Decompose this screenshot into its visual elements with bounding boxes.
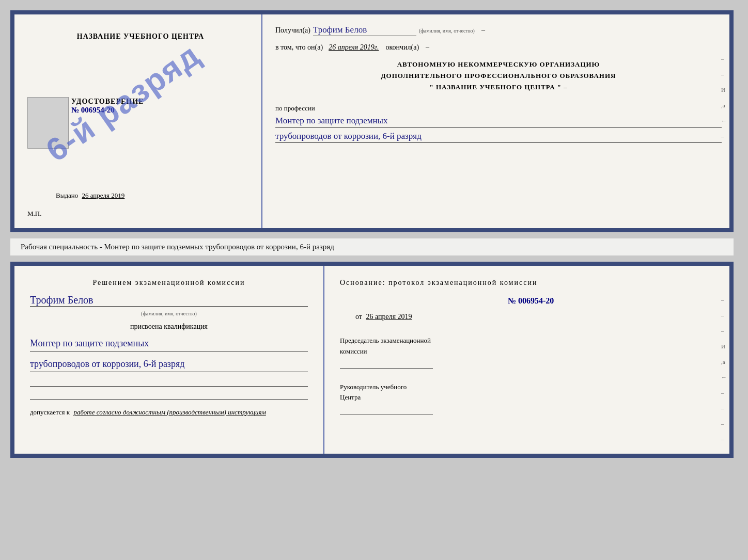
cert-qualification-line2: трубопроводов от коррозии, 6-й разряд bbox=[30, 357, 308, 372]
cr-date-value: 26 апреля 2019 bbox=[366, 313, 412, 321]
cr-title: Основание: протокол экзаменационной коми… bbox=[340, 279, 722, 287]
qualification-line1: Монтер по защите подземных bbox=[275, 114, 722, 128]
cr-date: от 26 апреля 2019 bbox=[340, 313, 722, 321]
completion-date: 26 апреля 2019г. bbox=[329, 43, 379, 52]
rukovoditel-signature-line bbox=[340, 405, 433, 414]
dopuskaetsya-text: работе согласно должностным (производств… bbox=[73, 408, 266, 416]
poluchil-label: Получил(а) bbox=[275, 26, 310, 35]
dopuskaetsya-block: допускается к работе согласно должностны… bbox=[30, 408, 308, 417]
cr-number: № 006954-20 bbox=[340, 296, 722, 306]
predsedatel-line1: Председатель экзаменационной bbox=[340, 335, 722, 346]
rukovoditel-line1: Руководитель учебного bbox=[340, 382, 722, 393]
dash3: – bbox=[564, 82, 568, 93]
stamp-text: 6-й разряд bbox=[39, 36, 207, 168]
diploma-left: НАЗВАНИЕ УЧЕБНОГО ЦЕНТРА 6-й разряд УДОС… bbox=[14, 14, 262, 228]
specialty-text: Рабочая специальность - Монтер по защите… bbox=[21, 243, 334, 251]
cert-recipient-name: Трофим Белов bbox=[30, 294, 308, 307]
cert-left: Решением экзаменационной комиссии Трофим… bbox=[14, 266, 324, 454]
blank-line-2 bbox=[30, 393, 308, 400]
professi-block: по профессии Монтер по защите подземных … bbox=[275, 104, 722, 143]
right-edge-decor: – – И ,а ← – bbox=[721, 56, 727, 139]
org-line1: АВТОНОМНУЮ НЕКОММЕРЧЕСКУЮ ОРГАНИЗАЦИЮ bbox=[275, 59, 722, 70]
recipient-name: Трофим Белов bbox=[313, 25, 416, 36]
diploma-right: Получил(а) Трофим Белов (фамилия, имя, о… bbox=[262, 14, 729, 228]
vtom-line: в том, что он(а) 26 апреля 2019г. окончи… bbox=[275, 43, 722, 52]
poluchil-line: Получил(а) Трофим Белов (фамилия, имя, о… bbox=[275, 25, 722, 36]
name-subtext: (фамилия, имя, отчество) bbox=[419, 28, 475, 34]
prisvoena-label: присвоена квалификация bbox=[30, 323, 308, 331]
cert-right: Основание: протокол экзаменационной коми… bbox=[324, 266, 729, 454]
qualification-line2: трубопроводов от коррозии, 6-й разряд bbox=[275, 130, 722, 143]
mp-line: М.П. bbox=[27, 210, 41, 218]
dopuskaetsya-label: допускается к bbox=[30, 408, 70, 416]
cert-container: Решением экзаменационной комиссии Трофим… bbox=[10, 262, 734, 458]
okonchil-label: окончил(а) bbox=[385, 43, 419, 52]
po-professii-label: по профессии bbox=[275, 104, 315, 112]
specialty-line: Рабочая специальность - Монтер по защите… bbox=[10, 238, 734, 255]
cr-date-prefix: от bbox=[355, 313, 362, 321]
org-line3: " НАЗВАНИЕ УЧЕБНОГО ЦЕНТРА " bbox=[430, 82, 562, 93]
page-wrapper: НАЗВАНИЕ УЧЕБНОГО ЦЕНТРА 6-й разряд УДОС… bbox=[10, 10, 738, 458]
dash1: – bbox=[481, 26, 485, 35]
diploma-container: НАЗВАНИЕ УЧЕБНОГО ЦЕНТРА 6-й разряд УДОС… bbox=[10, 10, 734, 232]
vtom-label: в том, что он(а) bbox=[275, 43, 323, 52]
blank-lines bbox=[30, 379, 308, 400]
vydano-date: 26 апреля 2019 bbox=[82, 191, 125, 199]
cr-predsedatel-block: Председатель экзаменационной комиссии bbox=[340, 335, 722, 369]
predsedatel-line2: комиссии bbox=[340, 346, 722, 357]
rukovoditel-line2: Центра bbox=[340, 392, 722, 403]
dash2: – bbox=[426, 43, 429, 52]
vydano-line: Выдано 26 апреля 2019 bbox=[56, 191, 124, 200]
cr-rukovoditel-block: Руководитель учебного Центра bbox=[340, 382, 722, 415]
cert-name-subtext: (фамилия, имя, отчество) bbox=[30, 311, 308, 316]
org-line2: ДОПОЛНИТЕЛЬНОГО ПРОФЕССИОНАЛЬНОГО ОБРАЗО… bbox=[275, 70, 722, 82]
org-block: АВТОНОМНУЮ НЕКОММЕРЧЕСКУЮ ОРГАНИЗАЦИЮ ДО… bbox=[275, 59, 722, 93]
predsedatel-signature-line bbox=[340, 359, 433, 369]
cert-left-title: Решением экзаменационной комиссии bbox=[30, 279, 308, 287]
cert-right-edge-decor: – – – И ,а ← – – – – bbox=[721, 297, 727, 442]
cert-qualification-line1: Монтер по защите подземных bbox=[30, 336, 308, 351]
vydano-label: Выдано bbox=[56, 191, 78, 199]
blank-line-1 bbox=[30, 379, 308, 387]
